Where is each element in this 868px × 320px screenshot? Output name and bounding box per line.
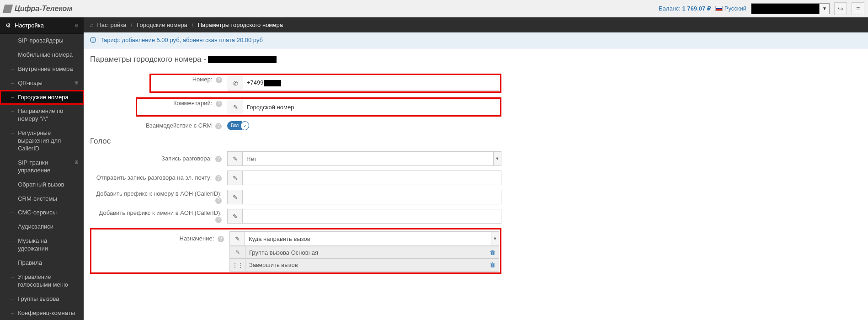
sidebar-item[interactable]: –SIP-транки управление⊞ <box>0 156 84 178</box>
sidebar-header[interactable]: ⚙ Настройка ⊟ <box>0 17 84 34</box>
dest-label: Назначение: <box>180 235 214 242</box>
balance-link[interactable]: Баланс: 1 769.07 ₽ <box>659 5 711 12</box>
redacted-number <box>208 56 277 63</box>
email-label: Отправить запись разговора на эл. почту: <box>96 174 212 181</box>
home-icon: ⌂ <box>90 21 94 28</box>
dash-icon: – <box>11 309 14 317</box>
tariff-text: Тариф: добавление 5.00 руб, абонентская … <box>101 37 263 43</box>
dash-icon: – <box>11 209 14 217</box>
dash-icon: – <box>11 259 14 267</box>
trash-icon[interactable]: 🗑 <box>486 249 499 256</box>
destination-text: Завершить вызов <box>245 261 486 268</box>
destination-select[interactable]: Куда направить вызов <box>245 231 491 246</box>
sidebar-item[interactable]: –Правила <box>0 256 84 270</box>
sidebar-item-label: CRM-системы <box>18 195 78 203</box>
prefix-name-input[interactable] <box>243 209 501 224</box>
sidebar-item[interactable]: –CRM-системы <box>0 192 84 206</box>
pencil-icon[interactable]: ✎ <box>230 246 245 258</box>
pencil-icon: ✎ <box>227 171 243 185</box>
prefix-num-input[interactable] <box>243 190 501 204</box>
logout-button[interactable]: ↪ <box>834 2 847 15</box>
breadcrumb-l1[interactable]: Настройка <box>97 21 126 28</box>
sidebar-item-label: QR-коды <box>18 80 71 87</box>
sidebar-item-label: СМС-сервисы <box>18 209 78 217</box>
sidebar-item-label: Мобильные номера <box>18 51 78 59</box>
highlight-number: Номер: ? ✆ +7499 <box>149 74 501 93</box>
sidebar-item[interactable]: –Регулярные выражения для CallerID <box>0 126 84 156</box>
chevron-down-icon[interactable]: ▼ <box>493 151 501 166</box>
help-icon[interactable]: ? <box>215 175 222 181</box>
sidebar-item-label: Внутренние номера <box>18 65 78 73</box>
info-icon: ⓘ <box>90 37 96 43</box>
sidebar-item[interactable]: –Внутренние номера <box>0 62 84 76</box>
tariff-info: ⓘ Тариф: добавление 5.00 руб, абонентска… <box>84 32 868 48</box>
row-comment: Комментарий: ? ✎ <box>90 97 501 117</box>
dash-icon: – <box>11 51 14 59</box>
topbar: Цифра-Телеком Баланс: 1 769.07 ₽ Русский… <box>0 0 868 17</box>
redacted-digits <box>264 80 281 86</box>
menu-button[interactable]: ≡ <box>852 2 864 15</box>
sidebar-item-label: Управление голосовыми меню <box>18 273 78 289</box>
sidebar-item[interactable]: –Аудиозаписи <box>0 220 84 234</box>
sidebar-item[interactable]: –Мобильные номера <box>0 48 84 62</box>
sidebar-item-label: SIP-провайдеры <box>18 37 78 45</box>
email-input[interactable] <box>243 171 501 185</box>
number-value: +7499 <box>243 76 499 91</box>
sidebar-item[interactable]: –Городские номера <box>0 91 84 105</box>
sidebar-item[interactable]: –QR-коды⊞ <box>0 76 84 91</box>
user-dropdown-caret[interactable]: ▼ <box>820 3 830 14</box>
help-icon[interactable]: ? <box>215 123 222 129</box>
sidebar-item-label: Группы вызова <box>18 295 78 303</box>
trash-icon[interactable]: 🗑 <box>486 261 499 268</box>
sidebar-item[interactable]: –Конференц-комнаты <box>0 306 84 320</box>
help-icon[interactable]: ? <box>216 101 222 107</box>
row-prefix-name: Добавить префикс к имени в АОН (CallerID… <box>90 209 501 224</box>
dash-icon: – <box>11 223 14 231</box>
sidebar-item[interactable]: –Направление по номеру "А" <box>0 104 84 126</box>
sidebar-item-label: Конференц-комнаты <box>18 309 78 317</box>
sidebar: ⚙ Настройка ⊟ –SIP-провайдеры–Мобильные … <box>0 17 84 320</box>
prefix-num-label: Добавить префикс к номеру в АОН (CallerI… <box>96 190 222 197</box>
sidebar-item[interactable]: –СМС-сервисы <box>0 206 84 220</box>
sidebar-item[interactable]: –Музыка на удержании <box>0 234 84 256</box>
logo-icon <box>3 5 13 13</box>
dash-icon: – <box>11 181 14 189</box>
dash-icon: – <box>11 195 14 203</box>
help-icon[interactable]: ? <box>218 236 224 242</box>
record-label: Запись разговора: <box>161 155 212 162</box>
user-dropdown[interactable] <box>751 3 820 14</box>
comment-input[interactable] <box>243 100 499 114</box>
sidebar-item[interactable]: –Группы вызова <box>0 292 84 306</box>
sidebar-item[interactable]: –Обратный вызов <box>0 178 84 192</box>
help-icon[interactable]: ? <box>215 217 222 223</box>
breadcrumb-l2[interactable]: Городские номера <box>137 21 187 28</box>
record-select[interactable]: Нет <box>243 151 494 166</box>
drag-handle-icon[interactable]: ⋮⋮ <box>230 259 245 271</box>
destination-item: ⋮⋮Завершить вызов🗑 <box>229 259 499 272</box>
chevron-down-icon[interactable]: ▼ <box>491 231 499 246</box>
section-params-prefix: Параметры городского номера - <box>90 55 206 64</box>
sidebar-item-label: Правила <box>18 259 78 267</box>
help-icon[interactable]: ? <box>215 156 222 162</box>
dash-icon: – <box>11 295 14 303</box>
sidebar-item-label: Регулярные выражения для CallerID <box>18 129 78 153</box>
help-icon[interactable]: ? <box>216 77 222 83</box>
dash-icon: – <box>11 80 14 87</box>
section-voice-title: Голос <box>90 137 859 146</box>
breadcrumb: ⌂ Настройка / Городские номера / Парамет… <box>84 17 868 32</box>
sidebar-item[interactable]: –Управление голосовыми меню <box>0 270 84 292</box>
language-switch[interactable]: Русский <box>715 5 746 12</box>
gear-icon: ⚙ <box>5 22 11 29</box>
balance-label: Баланс: <box>659 5 681 12</box>
row-prefix-num: Добавить префикс к номеру в АОН (CallerI… <box>90 190 501 204</box>
brand-logo: Цифра-Телеком <box>4 5 72 13</box>
sidebar-item[interactable]: –SIP-провайдеры <box>0 34 84 48</box>
language-label: Русский <box>724 5 746 12</box>
row-number: Номер: ? ✆ +7499 <box>90 74 501 93</box>
phone-icon: ✆ <box>228 76 243 91</box>
sidebar-title: Настройка <box>15 22 44 29</box>
crm-toggle[interactable]: Вкл ✓ <box>227 121 249 130</box>
sidebar-item-label: Музыка на удержании <box>18 237 78 253</box>
help-icon[interactable]: ? <box>215 197 222 204</box>
sidebar-item-label: Направление по номеру "А" <box>18 107 78 123</box>
